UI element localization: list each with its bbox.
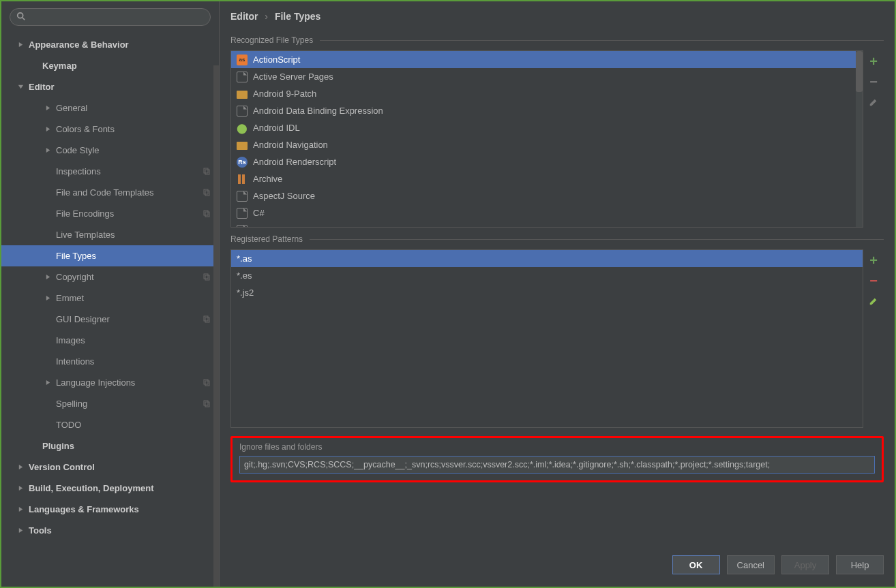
tree-item[interactable]: Emmet: [1, 288, 219, 309]
svg-rect-10: [204, 316, 208, 321]
tree-item[interactable]: File Types: [1, 245, 219, 266]
file-type-label: C#: [253, 208, 265, 218]
file-types-list[interactable]: asActionScriptActive Server PagesAndroid…: [230, 50, 863, 228]
tree-item[interactable]: Tools: [1, 520, 219, 541]
tree-item[interactable]: TODO: [1, 414, 219, 435]
help-button[interactable]: Help: [836, 555, 884, 574]
tree-item-label: Editor: [29, 82, 212, 92]
caret-icon: [42, 145, 53, 156]
pattern-item[interactable]: *.as: [231, 250, 863, 267]
tree-item-label: File Types: [56, 251, 212, 261]
pattern-item[interactable]: *.js2: [231, 284, 863, 301]
tree-item[interactable]: Images: [1, 330, 219, 351]
tree-item-label: General: [56, 103, 212, 113]
ignore-input[interactable]: [239, 456, 875, 474]
copy-icon: [203, 399, 212, 409]
remove-button[interactable]: −: [867, 274, 880, 288]
edit-button[interactable]: [867, 294, 880, 308]
tree-item[interactable]: Code Style: [1, 140, 219, 161]
caret-icon: [29, 441, 40, 452]
patterns-list[interactable]: *.as*.es*.js2: [230, 249, 863, 428]
renderscript-icon: Rs: [237, 157, 248, 168]
settings-sidebar: Appearance & BehaviorKeymapEditorGeneral…: [1, 1, 220, 587]
ignore-label: Ignore files and folders: [239, 442, 875, 452]
archive-icon: [237, 174, 248, 185]
tree-item[interactable]: Version Control: [1, 457, 219, 478]
file-type-item[interactable]: RsAndroid Renderscript: [231, 153, 863, 170]
caret-icon: [15, 82, 26, 93]
file-type-item[interactable]: asActionScript: [231, 51, 863, 68]
caret-icon: [42, 251, 53, 262]
tree-item[interactable]: Keymap: [1, 55, 219, 76]
tree-item[interactable]: Copyright: [1, 266, 219, 288]
file-type-label: C/C++: [253, 225, 279, 228]
dialog-buttons: OK Cancel Apply Help: [220, 543, 895, 587]
tree-item[interactable]: Languages & Frameworks: [1, 499, 219, 520]
add-button[interactable]: +: [867, 55, 880, 68]
file-type-item[interactable]: C/C++: [231, 221, 863, 228]
caret-icon: [15, 525, 26, 536]
file-type-item[interactable]: AspectJ Source: [231, 187, 863, 204]
tree-item-label: Version Control: [29, 462, 212, 472]
file-type-item[interactable]: C#: [231, 204, 863, 221]
pattern-label: *.js2: [237, 288, 254, 298]
tree-item[interactable]: Build, Execution, Deployment: [1, 478, 219, 499]
file-type-item[interactable]: ⬤Android IDL: [231, 119, 863, 136]
tree-item-label: Languages & Frameworks: [29, 504, 212, 514]
pattern-label: *.as: [237, 253, 252, 264]
caret-icon: [15, 504, 26, 515]
search-input[interactable]: [10, 8, 211, 26]
folder-icon: [237, 142, 248, 150]
tree-item[interactable]: General: [1, 97, 219, 119]
tree-item[interactable]: File Encodings: [1, 203, 219, 224]
caret-icon: [42, 377, 53, 388]
remove-button[interactable]: −: [867, 75, 880, 89]
caret-icon: [42, 420, 53, 431]
file-type-label: ActionScript: [253, 55, 300, 65]
caret-icon: [42, 208, 53, 219]
svg-rect-2: [204, 168, 208, 173]
tree-item-label: Emmet: [56, 293, 212, 303]
caret-icon: [42, 314, 53, 325]
file-icon: [237, 191, 248, 202]
ok-button[interactable]: OK: [672, 555, 720, 574]
tree-item-label: Spelling: [56, 399, 203, 409]
tree-item[interactable]: Language Injections: [1, 372, 219, 393]
file-type-label: Android Data Binding Expression: [253, 106, 383, 116]
file-type-item[interactable]: Android Data Binding Expression: [231, 102, 863, 119]
cancel-button[interactable]: Cancel: [727, 555, 775, 574]
copy-icon: [203, 167, 212, 176]
tree-item[interactable]: Appearance & Behavior: [1, 34, 219, 55]
add-button[interactable]: +: [867, 253, 880, 267]
copy-icon: [203, 273, 212, 282]
edit-button[interactable]: [867, 95, 880, 109]
file-icon: [237, 72, 248, 82]
tree-item[interactable]: Plugins: [1, 435, 219, 457]
tree-item-label: Language Injections: [56, 377, 203, 388]
tree-item-label: Build, Execution, Deployment: [29, 483, 212, 493]
settings-tree[interactable]: Appearance & BehaviorKeymapEditorGeneral…: [1, 31, 219, 587]
tree-item[interactable]: Colors & Fonts: [1, 119, 219, 140]
tree-item[interactable]: Editor: [1, 76, 219, 97]
copy-icon: [203, 315, 212, 324]
breadcrumb-parent[interactable]: Editor: [230, 11, 258, 22]
pattern-item[interactable]: *.es: [231, 267, 863, 284]
caret-icon: [15, 40, 26, 50]
apply-button[interactable]: Apply: [781, 555, 829, 574]
tree-item[interactable]: Live Templates: [1, 224, 219, 245]
tree-item[interactable]: GUI Designer: [1, 309, 219, 330]
tree-item[interactable]: Spelling: [1, 393, 219, 414]
caret-icon: [42, 230, 53, 241]
tree-item[interactable]: Inspections: [1, 161, 219, 182]
tree-item[interactable]: File and Code Templates: [1, 182, 219, 203]
svg-rect-5: [205, 191, 209, 196]
tree-item[interactable]: Intentions: [1, 351, 219, 372]
scrollbar[interactable]: [213, 65, 219, 587]
file-type-item[interactable]: Active Server Pages: [231, 68, 863, 85]
scrollbar[interactable]: [856, 51, 863, 227]
file-type-item[interactable]: Android 9-Patch: [231, 85, 863, 102]
ignore-section: Ignore files and folders: [230, 436, 884, 482]
file-type-item[interactable]: Android Navigation: [231, 136, 863, 153]
file-type-item[interactable]: Archive: [231, 170, 863, 187]
caret-icon: [42, 399, 53, 409]
